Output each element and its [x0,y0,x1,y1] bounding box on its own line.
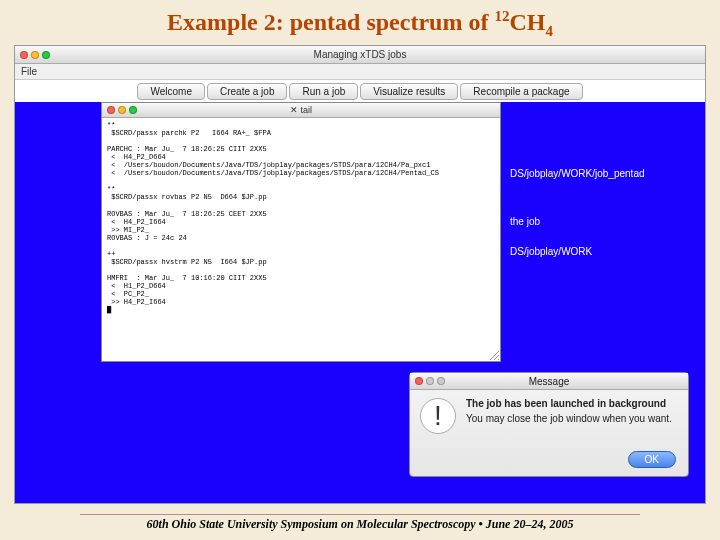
zoom-icon[interactable] [42,51,50,59]
message-window-controls[interactable] [410,377,460,385]
message-line1: The job has been launched in background [466,398,672,409]
tab-welcome[interactable]: Welcome [137,83,205,100]
close-icon[interactable] [20,51,28,59]
path-label-2: the job [510,216,540,227]
terminal-x-icon: ✕ [290,105,301,115]
minimize-icon[interactable] [31,51,39,59]
footer-text: 60th Ohio State University Symposium on … [147,517,574,531]
message-line2: You may close the job window when you wa… [466,413,672,424]
tab-run-job[interactable]: Run a job [289,83,358,100]
minimize-icon [426,377,434,385]
zoom-icon[interactable] [129,106,137,114]
title-sub: 4 [545,23,553,39]
terminal-titlebar: ✕ tail [102,103,500,118]
tab-visualize[interactable]: Visualize results [360,83,458,100]
title-prefix: Example 2: pentad spectrum of [167,9,494,35]
terminal-title: ✕ tail [152,105,450,115]
message-text: The job has been launched in background … [466,398,672,434]
tab-recompile[interactable]: Recompile a package [460,83,582,100]
close-icon[interactable] [415,377,423,385]
resize-handle-icon[interactable] [488,349,500,361]
title-sup: 12 [494,8,509,24]
minimize-icon[interactable] [118,106,126,114]
tab-create-job[interactable]: Create a job [207,83,287,100]
window-controls[interactable] [15,51,65,59]
tab-row: Welcome Create a job Run a job Visualize… [15,80,705,102]
alert-icon: ! [420,398,456,434]
path-label-1: DS/jobplay/WORK/job_pentad [510,168,645,179]
zoom-icon [437,377,445,385]
path-label-3: DS/jobplay/WORK [510,246,592,257]
terminal-window: ✕ tail ** $SCRD/passx parchk P2 I664 RA+… [101,102,501,362]
footer-rule [80,514,640,515]
app-titlebar: Managing xTDS jobs [15,46,705,64]
message-dialog: Message ! The job has been launched in b… [409,372,689,477]
terminal-output: ** $SCRD/passx parchk P2 I664 RA+_ $FPA … [102,118,500,317]
message-titlebar: Message [410,373,688,390]
app-title: Managing xTDS jobs [65,49,655,60]
slide-title: Example 2: pentad spectrum of 12CH4 [0,0,720,42]
menubar: File [15,64,705,80]
message-body: ! The job has been launched in backgroun… [410,390,688,442]
content-area: DS/jobplay/WORK/job_pentad the job DS/jo… [15,102,705,503]
ok-button[interactable]: OK [628,451,676,468]
menu-file[interactable]: File [21,66,37,77]
close-icon[interactable] [107,106,115,114]
terminal-window-controls[interactable] [102,106,152,114]
slide-footer: 60th Ohio State University Symposium on … [0,514,720,532]
title-mid: CH [509,9,545,35]
main-app-window: Managing xTDS jobs File Welcome Create a… [14,45,706,504]
message-title: Message [460,376,638,387]
